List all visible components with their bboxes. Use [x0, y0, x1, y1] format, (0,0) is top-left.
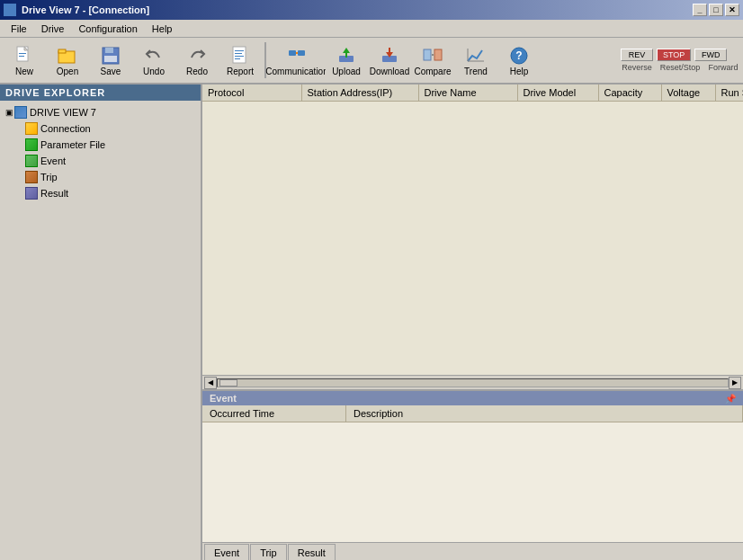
reset-stop-label: Reset/Stop — [657, 63, 703, 72]
tab-trip[interactable]: Trip — [250, 544, 287, 560]
app-icon — [4, 4, 16, 16]
upload-label: Upload — [332, 67, 361, 76]
col-voltage: Voltage — [661, 84, 715, 102]
menu-drive[interactable]: Drive — [34, 22, 72, 36]
tree-connection[interactable]: Connection — [4, 120, 197, 137]
stop-button[interactable]: STOP — [657, 49, 691, 61]
menu-file[interactable]: File — [4, 22, 34, 36]
scrollbar-thumb[interactable] — [219, 379, 237, 387]
right-content: Protocol Station Address(IP) Drive Name … — [202, 84, 743, 560]
event-panel: Event 📌 Occurred Time Description Event … — [202, 389, 743, 560]
window-title: Drive View 7 - [Connection] — [22, 4, 693, 15]
communication-button[interactable]: Communication — [270, 40, 324, 81]
redo-label: Redo — [186, 67, 208, 76]
drive-control-group: REV STOP FWD Reverse Reset/Stop Forward — [621, 49, 739, 72]
trend-button[interactable]: Trend — [455, 40, 497, 81]
col-protocol: Protocol — [202, 84, 301, 102]
undo-button[interactable]: Undo — [133, 40, 175, 81]
horizontal-scrollbar[interactable]: ◀ ▶ — [202, 375, 743, 389]
svg-rect-5 — [58, 49, 66, 53]
toolbar: New Open Save Undo Redo — [0, 38, 743, 84]
save-icon — [100, 45, 121, 67]
new-label: New — [15, 67, 33, 76]
tree-trip-label: Trip — [40, 172, 58, 182]
svg-rect-10 — [235, 50, 244, 51]
svg-rect-12 — [235, 56, 244, 57]
undo-icon — [143, 45, 165, 67]
compare-button[interactable]: Compare — [412, 40, 453, 81]
tree-parameter-file[interactable]: Parameter File — [4, 137, 197, 153]
svg-marker-18 — [343, 48, 350, 53]
upload-button[interactable]: Upload — [326, 40, 367, 81]
table-scroll[interactable]: Protocol Station Address(IP) Drive Name … — [202, 84, 743, 375]
title-bar: Drive View 7 - [Connection] _ □ ✕ — [0, 0, 743, 20]
drive-icon — [14, 106, 27, 119]
tree-expand-root[interactable]: ▣ — [4, 107, 14, 118]
svg-rect-13 — [235, 58, 240, 59]
save-button[interactable]: Save — [90, 40, 131, 81]
bottom-tabs: Event Trip Result — [202, 542, 743, 560]
drive-label-row: Reverse Reset/Stop Forward — [621, 63, 739, 72]
event-content — [202, 422, 743, 542]
event-col-occurred: Occurred Time — [202, 405, 346, 422]
save-label: Save — [101, 67, 121, 76]
menu-configuration[interactable]: Configuration — [71, 22, 144, 36]
svg-rect-24 — [434, 49, 442, 60]
drive-top-row: REV STOP FWD — [621, 49, 739, 61]
open-icon — [57, 45, 78, 67]
svg-rect-14 — [289, 50, 296, 56]
open-button[interactable]: Open — [47, 40, 88, 81]
tab-result[interactable]: Result — [288, 544, 336, 560]
tree-container: ▣ DRIVE VIEW 7 Connection Parameter File… — [0, 101, 201, 560]
pin-button[interactable]: 📌 — [725, 394, 736, 404]
compare-icon — [422, 45, 443, 67]
scroll-right-arrow[interactable]: ▶ — [729, 377, 741, 389]
tab-event[interactable]: Event — [204, 544, 249, 560]
maximize-button[interactable]: □ — [709, 4, 723, 16]
title-bar-buttons: _ □ ✕ — [693, 4, 739, 16]
upload-icon — [336, 45, 357, 67]
communication-label: Communication — [265, 67, 327, 76]
tree-root-label: DRIVE VIEW 7 — [30, 107, 96, 118]
scrollbar-track[interactable] — [217, 378, 729, 387]
scroll-left-arrow[interactable]: ◀ — [204, 377, 217, 389]
svg-rect-2 — [19, 53, 26, 54]
tree-connection-label: Connection — [40, 123, 91, 134]
svg-text:?: ? — [515, 49, 522, 62]
menu-help[interactable]: Help — [145, 22, 180, 36]
tree-event[interactable]: Event — [4, 153, 197, 169]
redo-button[interactable]: Redo — [176, 40, 218, 81]
tree-root[interactable]: ▣ DRIVE VIEW 7 — [4, 104, 197, 120]
new-icon — [13, 45, 35, 67]
help-button[interactable]: ? Help — [498, 40, 540, 81]
sidebar-title: DRIVE EXPLORER — [0, 84, 201, 101]
report-button[interactable]: Report — [219, 40, 261, 81]
communication-icon — [286, 45, 308, 67]
forward-label: Forward — [707, 63, 739, 72]
main-container: DRIVE EXPLORER ▣ DRIVE VIEW 7 Connection… — [0, 84, 743, 560]
tree-trip[interactable]: Trip — [4, 169, 197, 185]
download-icon — [379, 45, 400, 67]
close-button[interactable]: ✕ — [725, 4, 739, 16]
col-drive-model: Drive Model — [517, 84, 598, 102]
reverse-label: Reverse — [621, 63, 653, 72]
compare-label: Compare — [414, 67, 451, 76]
svg-rect-9 — [233, 47, 246, 63]
new-button[interactable]: New — [4, 40, 45, 81]
result-icon — [25, 187, 38, 200]
rev-button[interactable]: REV — [621, 49, 653, 61]
download-button[interactable]: Download — [369, 40, 410, 81]
event-title: Event — [210, 393, 237, 404]
event-icon — [25, 155, 38, 167]
trend-icon — [465, 45, 487, 67]
tree-event-label: Event — [40, 156, 66, 166]
event-header: Event 📌 — [202, 391, 743, 405]
open-label: Open — [57, 67, 78, 76]
connection-table: Protocol Station Address(IP) Drive Name … — [202, 84, 743, 102]
report-icon — [229, 45, 251, 67]
tree-result[interactable]: Result — [4, 185, 197, 201]
minimize-button[interactable]: _ — [693, 4, 707, 16]
fwd-button[interactable]: FWD — [694, 49, 727, 61]
trend-label: Trend — [464, 67, 488, 76]
sidebar: DRIVE EXPLORER ▣ DRIVE VIEW 7 Connection… — [0, 84, 202, 560]
